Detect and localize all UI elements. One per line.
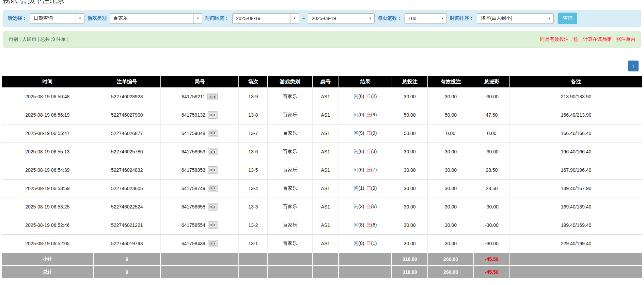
cell-session: 13-9 (239, 87, 268, 106)
result-player-score: (9) (358, 130, 364, 136)
chevron-down-icon[interactable]: ▼ (76, 14, 84, 23)
page-size-label: 每页笔数： (378, 15, 402, 21)
cell-round-id: 641759211 (160, 87, 238, 106)
cell-payout: -30.00 (474, 87, 509, 106)
table-row: 2025-08-19 06:56:19 522746027900 6417591… (2, 106, 642, 124)
total-payout: -45.50 (474, 266, 509, 279)
result-player-label: 闲 (354, 185, 358, 191)
cell-valid-bet: 30.00 (428, 87, 474, 106)
cell-total-bet[interactable]: 30.00 (392, 216, 427, 234)
chevron-down-icon[interactable]: ▼ (193, 14, 202, 23)
chevron-down-icon[interactable]: ▼ (366, 14, 374, 23)
header-round-id: 局号 (160, 76, 238, 87)
view-cards-button[interactable] (208, 185, 218, 192)
table-row: 2025-08-19 06:55:47 522746026877 6417590… (2, 124, 642, 142)
result-banker-label: 庄 (366, 149, 371, 154)
header-game-type: 游戏类别 (268, 76, 313, 87)
cell-total-bet[interactable]: 50.00 (392, 106, 427, 124)
cell-remark: 199.40/169.40 (510, 216, 642, 234)
view-cards-button[interactable] (208, 221, 218, 229)
cards-icon (208, 240, 218, 247)
view-cards-button[interactable] (207, 93, 218, 100)
round-number: 641758658 (182, 204, 205, 209)
cell-total-bet[interactable]: 30.00 (392, 161, 427, 179)
cell-remark: 196.40/166.40 (510, 142, 642, 161)
result-banker-label: 庄 (366, 222, 371, 228)
date-range-separator: ~ (302, 16, 305, 21)
view-cards-button[interactable] (208, 130, 218, 137)
result-banker-score: (2) (371, 94, 377, 99)
cell-time: 2025-08-19 06:55:13 (2, 142, 93, 161)
search-button[interactable]: 查询 (558, 13, 577, 24)
result-banker-label: 庄 (366, 167, 371, 172)
game-type-select[interactable]: 百家乐 ▼ (110, 13, 202, 24)
cell-bet-id: 522746019793 (93, 234, 161, 253)
view-cards-button[interactable] (208, 111, 218, 119)
cell-table-no: AS1 (312, 216, 339, 234)
cell-time: 2025-08-19 06:56:48 (2, 87, 93, 106)
chevron-down-icon[interactable]: ▼ (290, 14, 299, 23)
cell-bet-id: 522746024832 (93, 161, 161, 179)
result-player-score: (8) (358, 222, 364, 228)
view-cards-button[interactable] (208, 240, 218, 247)
subtotal-payout: -45.50 (474, 253, 509, 266)
currency-total-summary: 币别 : 人民币 | 总共 :9 注单 | (9, 36, 68, 43)
view-cards-button[interactable] (208, 148, 218, 155)
cell-payout: 47.50 (474, 106, 509, 124)
cell-time: 2025-08-19 06:56:19 (2, 106, 93, 124)
page-button-1[interactable]: 1 (628, 61, 639, 71)
result-banker-score: (6) (371, 222, 377, 228)
round-number: 641758953 (182, 149, 205, 154)
cell-total-bet[interactable]: 30.00 (392, 179, 427, 198)
cell-total-bet[interactable]: 30.00 (392, 87, 427, 106)
summary-bar: 币别 : 人民币 | 总共 :9 注单 | 同局有效投注，统一计算在该局第一张注… (3, 31, 641, 48)
cell-game-type: 百家乐 (268, 216, 313, 234)
result-banker-score: (3) (371, 149, 377, 154)
date-from-value: 2025-08-19 (233, 14, 290, 23)
cell-session: 13-2 (239, 216, 268, 234)
sort-select[interactable]: 降幂(由大到小) ▼ (477, 13, 554, 24)
result-player-score: (0) (358, 112, 364, 117)
chevron-down-icon[interactable]: ▼ (438, 14, 446, 23)
view-cards-button[interactable] (208, 166, 218, 174)
cell-bet-id: 522746023605 (93, 179, 161, 198)
cell-time: 2025-08-19 06:55:47 (2, 124, 93, 142)
table-header: 时间 注单编号 局号 场次 游戏类别 桌号 结果 总投注 有效投注 总派彩 备注 (2, 76, 642, 87)
round-number: 641758439 (182, 241, 205, 246)
cards-icon (207, 93, 218, 100)
cell-payout: 28.50 (474, 179, 509, 198)
result-player-label: 闲 (354, 167, 358, 172)
result-banker-label: 庄 (366, 130, 371, 136)
view-cards-button[interactable] (208, 203, 218, 211)
page-size-select[interactable]: 100 ▼ (405, 13, 447, 24)
result-player-label: 闲 (354, 149, 358, 154)
cell-remark: 166.40/213.90 (510, 106, 642, 124)
chevron-down-icon[interactable]: ▼ (545, 14, 553, 23)
cell-session: 13-7 (239, 124, 268, 142)
cell-result: 闲(6)庄(7) (339, 161, 392, 179)
cell-total-bet[interactable]: 30.00 (392, 198, 427, 216)
filter-bar: 请选择： 日期查询 ▼ 游戏类别 百家乐 ▼ 时间区间： 2025-08-19 … (3, 10, 641, 27)
total-row: 总计 9 310.00 260.00 -45.50 (2, 266, 642, 279)
cell-table-no: AS1 (312, 179, 339, 198)
cell-total-bet[interactable]: 30.00 (392, 234, 427, 253)
header-table-no: 桌号 (312, 76, 339, 87)
game-type-label: 游戏类别 (88, 15, 107, 21)
query-type-select[interactable]: 日期查询 ▼ (30, 13, 84, 24)
header-total-bet: 总投注 (392, 76, 427, 87)
table-row: 2025-08-19 06:53:25 522746022524 6417586… (2, 198, 642, 216)
date-to-value: 2025-08-19 (308, 14, 366, 23)
cell-total-bet[interactable]: 50.00 (392, 124, 427, 142)
cell-time: 2025-08-19 06:53:59 (2, 179, 93, 198)
result-banker-label: 庄 (366, 112, 371, 117)
cards-icon (208, 130, 218, 137)
date-from-select[interactable]: 2025-08-19 ▼ (232, 13, 299, 24)
date-to-select[interactable]: 2025-08-19 ▼ (308, 13, 375, 24)
cell-total-bet[interactable]: 30.00 (392, 142, 427, 161)
result-banker-score: (7) (371, 167, 377, 172)
pagination: 1 (0, 61, 639, 71)
result-player-label: 闲 (354, 94, 358, 99)
result-player-score: (3) (358, 204, 364, 209)
cell-valid-bet: 30.00 (428, 161, 474, 179)
cell-remark: 213.90/183.90 (510, 87, 642, 106)
